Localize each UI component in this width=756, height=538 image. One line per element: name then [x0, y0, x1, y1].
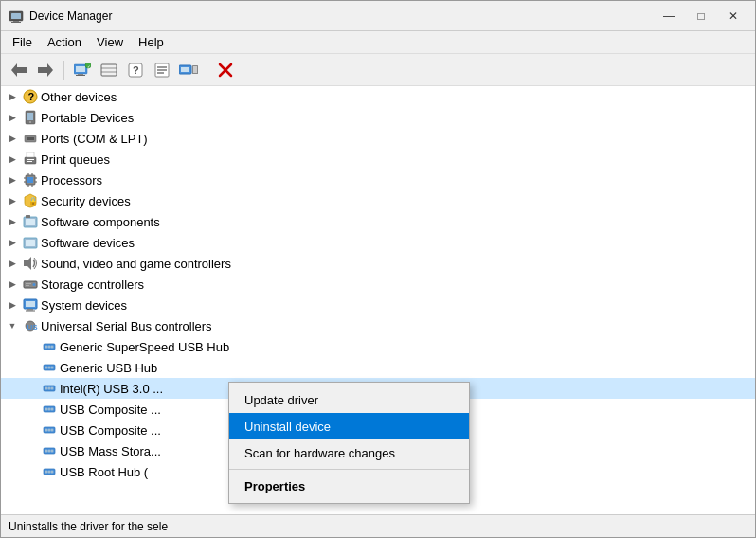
software-devices-label: Software devices: [41, 236, 135, 250]
print-queues-label: Print queues: [41, 152, 110, 167]
ctx-uninstall-device[interactable]: Uninstall device: [229, 413, 469, 439]
svg-point-89: [45, 450, 48, 453]
svg-text:?: ?: [28, 91, 35, 102]
svg-point-82: [48, 408, 51, 411]
svg-rect-8: [78, 74, 83, 75]
svg-point-87: [51, 429, 54, 432]
svg-point-81: [45, 408, 48, 411]
maximize-button[interactable]: □: [687, 7, 715, 26]
tree-item-ports[interactable]: ▶ Ports (COM & LPT): [1, 128, 755, 149]
ctx-scan-changes[interactable]: Scan for hardware changes: [229, 439, 469, 466]
expand-storage-controllers[interactable]: ▶: [5, 277, 20, 292]
menu-help[interactable]: Help: [131, 33, 171, 51]
svg-point-69: [45, 346, 48, 349]
svg-marker-57: [24, 257, 31, 270]
expand-system-devices[interactable]: ▶: [5, 297, 20, 313]
processors-label: Processors: [41, 173, 102, 188]
expand-portable-devices[interactable]: ▶: [5, 110, 20, 125]
svg-rect-60: [26, 283, 31, 284]
toolbar-separator-1: [63, 61, 64, 80]
svg-rect-12: [101, 64, 117, 76]
menu-action[interactable]: Action: [40, 33, 89, 51]
expand-sound-video[interactable]: ▶: [5, 256, 20, 271]
expand-processors[interactable]: ▶: [5, 172, 20, 188]
toolbar-separator-2: [207, 61, 207, 80]
svg-point-79: [51, 387, 54, 390]
back-button[interactable]: [7, 58, 31, 82]
title-bar: Device Manager — □ ✕: [1, 1, 755, 31]
usb-composite-2-icon: [42, 422, 57, 438]
sound-video-icon: [23, 256, 38, 271]
svg-point-95: [51, 471, 54, 474]
device-manager-window: Device Manager — □ ✕ File Action View He…: [0, 0, 756, 538]
svg-rect-1: [11, 13, 21, 19]
close-button[interactable]: ✕: [719, 7, 747, 26]
menu-view[interactable]: View: [89, 33, 131, 51]
ctx-properties[interactable]: Properties: [229, 473, 469, 499]
scan-changes-tb-button[interactable]: [176, 58, 201, 82]
tree-item-system-devices[interactable]: ▶ System devices: [1, 295, 755, 315]
svg-text:USB: USB: [27, 323, 39, 332]
software-components-icon: [23, 214, 38, 229]
uninstall-tb-button[interactable]: [213, 58, 238, 82]
svg-point-86: [48, 429, 51, 432]
forward-button[interactable]: [33, 58, 58, 82]
menu-file[interactable]: File: [5, 33, 40, 51]
tree-item-other-devices[interactable]: ▶ ? Other devices: [1, 86, 755, 107]
usb-mass-storage-label: USB Mass Stora...: [60, 444, 161, 458]
expand-usb-controllers[interactable]: ▼: [5, 318, 20, 333]
help-button[interactable]: ?: [123, 58, 148, 82]
svg-point-93: [45, 471, 48, 474]
tree-item-usb-controllers[interactable]: ▼ USB Universal Serial Bus controllers: [1, 315, 755, 336]
device-manager-tb-button[interactable]: ✓: [70, 58, 95, 82]
toolbar: ✓ ?: [1, 54, 755, 86]
tree-item-security-devices[interactable]: ▶ 🔒 Security devices: [1, 190, 755, 211]
processors-icon: [23, 172, 38, 188]
other-devices-icon: ?: [23, 89, 38, 104]
print-queues-icon: [23, 152, 38, 167]
device-tree[interactable]: ▶ ? Other devices ▶ Portable Devices ▶: [1, 86, 755, 514]
expand-ports[interactable]: ▶: [5, 131, 20, 146]
svg-rect-22: [181, 67, 189, 72]
svg-rect-40: [27, 161, 32, 162]
intel-usb-label: Intel(R) USB 3.0 ...: [60, 382, 163, 396]
ports-label: Ports (COM & LPT): [41, 132, 148, 146]
tree-item-software-components[interactable]: ▶ Software components: [1, 211, 755, 232]
tree-item-storage-controllers[interactable]: ▶ Storage controllers: [1, 274, 755, 295]
usb-root-hub-icon: [42, 464, 57, 479]
portable-devices-icon: [23, 110, 38, 125]
properties-tb-button[interactable]: [150, 58, 174, 82]
expand-print-queues[interactable]: ▶: [5, 152, 20, 167]
svg-rect-3: [11, 22, 21, 23]
tree-item-processors[interactable]: ▶ Processors: [1, 170, 755, 190]
svg-rect-42: [27, 177, 33, 183]
svg-point-71: [51, 346, 54, 349]
expand-software-components[interactable]: ▶: [5, 214, 20, 229]
generic-usb-icon: [42, 360, 57, 375]
storage-controllers-icon: [23, 277, 38, 292]
svg-rect-24: [193, 66, 197, 73]
ctx-update-driver[interactable]: Update driver: [229, 386, 469, 413]
tree-item-software-devices[interactable]: ▶ Software devices: [1, 232, 755, 253]
tree-item-generic-usb[interactable]: ▶ Generic USB Hub: [1, 357, 755, 378]
software-components-label: Software components: [41, 215, 160, 229]
tree-item-generic-superspeed[interactable]: ▶ Generic SuperSpeed USB Hub: [1, 336, 755, 357]
expand-other-devices[interactable]: ▶: [5, 89, 20, 104]
svg-text:🔒: 🔒: [28, 196, 38, 206]
window-controls: — □ ✕: [655, 7, 747, 26]
usb-mass-storage-icon: [42, 443, 57, 458]
list-view-button[interactable]: [97, 58, 121, 82]
svg-point-73: [45, 367, 48, 369]
tree-item-print-queues[interactable]: ▶ Print queues: [1, 149, 755, 170]
svg-rect-9: [76, 75, 85, 76]
usb-composite-2-label: USB Composite ...: [60, 423, 161, 438]
expand-security-devices[interactable]: ▶: [5, 193, 20, 208]
ports-icon: [23, 131, 38, 146]
svg-rect-56: [26, 240, 35, 246]
tree-item-portable-devices[interactable]: ▶ Portable Devices: [1, 107, 755, 128]
svg-point-77: [45, 387, 48, 390]
minimize-button[interactable]: —: [655, 7, 683, 26]
expand-software-devices[interactable]: ▶: [5, 235, 20, 250]
tree-item-sound-video[interactable]: ▶ Sound, video and game controllers: [1, 253, 755, 274]
svg-point-91: [51, 450, 54, 453]
